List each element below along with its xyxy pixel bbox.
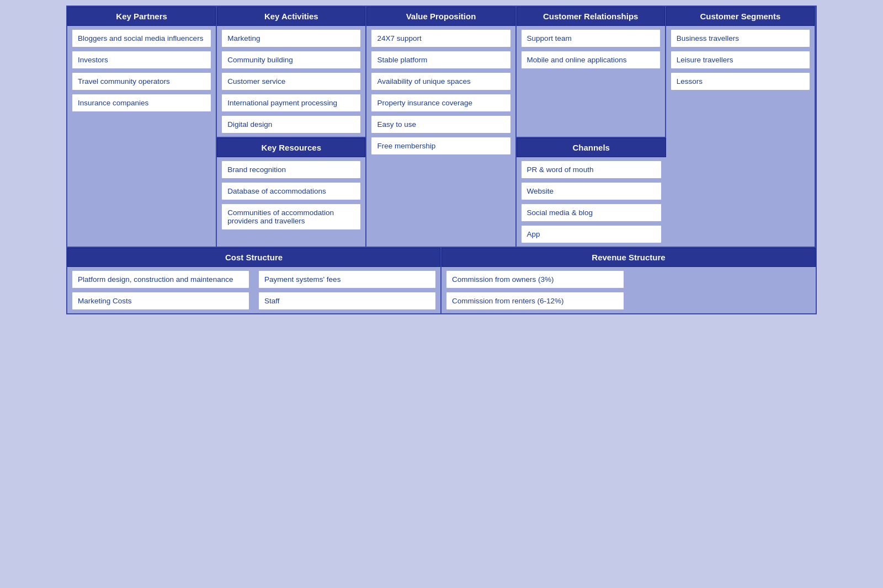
customer-segments-section: Customer Segments Business travellers Le… bbox=[666, 7, 816, 247]
list-item: Lessors bbox=[671, 72, 810, 90]
channels-section: Channels PR & word of mouth Website Soci… bbox=[517, 138, 666, 247]
key-partners-section: Key Partners Bloggers and social media i… bbox=[67, 7, 217, 247]
cost-structure-header: Cost Structure bbox=[67, 248, 440, 267]
key-partners-header: Key Partners bbox=[67, 7, 216, 26]
list-item: Customer service bbox=[221, 72, 361, 90]
customer-segments-header: Customer Segments bbox=[666, 7, 815, 26]
list-item: Database of accommodations bbox=[221, 182, 361, 200]
list-item: Easy to use bbox=[371, 115, 510, 133]
key-resources-header: Key Resources bbox=[217, 138, 365, 157]
cost-left-col: Platform design, construction and mainte… bbox=[67, 267, 254, 313]
list-item: Investors bbox=[72, 51, 211, 69]
list-item: Marketing Costs bbox=[72, 292, 249, 310]
revenue-structure-section: Revenue Structure Commission from owners… bbox=[442, 248, 816, 313]
value-proposition-header: Value Proposition bbox=[366, 7, 515, 26]
list-item: 24X7 support bbox=[371, 29, 510, 47]
list-item: Commission from renters (6-12%) bbox=[446, 292, 624, 310]
list-item: Insurance companies bbox=[72, 94, 211, 112]
key-activities-header: Key Activities bbox=[217, 7, 365, 26]
list-item: Staff bbox=[258, 292, 436, 310]
list-item: Community building bbox=[221, 51, 361, 69]
list-item: Stable platform bbox=[371, 51, 510, 69]
customer-relationships-section: Customer Relationships Support team Mobi… bbox=[517, 7, 666, 138]
revenue-structure-inner: Commission from owners (3%) Commission f… bbox=[442, 267, 816, 313]
revenue-structure-header: Revenue Structure bbox=[442, 248, 816, 267]
bottom-section: Cost Structure Platform design, construc… bbox=[67, 248, 816, 313]
key-resources-section: Key Resources Brand recognition Database… bbox=[217, 138, 366, 247]
list-item: Website bbox=[521, 182, 662, 200]
list-item: Leisure travellers bbox=[671, 51, 810, 69]
list-item: Travel community operators bbox=[72, 72, 211, 90]
list-item: Bloggers and social media influencers bbox=[72, 29, 211, 47]
revenue-right-col bbox=[629, 267, 816, 313]
list-item: Social media & blog bbox=[521, 204, 662, 222]
list-item: International payment processing bbox=[221, 94, 361, 112]
list-item: Property insurance coverage bbox=[371, 94, 510, 112]
revenue-left-col: Commission from owners (3%) Commission f… bbox=[442, 267, 629, 313]
customer-relationships-header: Customer Relationships bbox=[517, 7, 665, 26]
list-item: Marketing bbox=[221, 29, 361, 47]
list-item: Communities of accommodation providers a… bbox=[221, 204, 361, 230]
list-item: Platform design, construction and mainte… bbox=[72, 270, 249, 288]
list-item: Commission from owners (3%) bbox=[446, 270, 624, 288]
list-item: Business travellers bbox=[671, 29, 810, 47]
list-item: PR & word of mouth bbox=[521, 161, 662, 179]
list-item: Availability of unique spaces bbox=[371, 72, 510, 90]
list-item: Brand recognition bbox=[221, 161, 361, 179]
list-item: Support team bbox=[521, 29, 661, 47]
list-item: Free membership bbox=[371, 137, 510, 155]
list-item: Mobile and online applications bbox=[521, 51, 661, 69]
list-item: Payment systems' fees bbox=[258, 270, 436, 288]
main-grid: Key Partners Bloggers and social media i… bbox=[67, 7, 816, 248]
list-item: App bbox=[521, 225, 662, 243]
value-proposition-section: Value Proposition 24X7 support Stable pl… bbox=[366, 7, 516, 247]
business-model-canvas: Key Partners Bloggers and social media i… bbox=[66, 6, 817, 314]
channels-header: Channels bbox=[517, 138, 666, 157]
cost-structure-section: Cost Structure Platform design, construc… bbox=[67, 248, 442, 313]
list-item: Digital design bbox=[221, 115, 361, 133]
cost-right-col: Payment systems' fees Staff bbox=[254, 267, 440, 313]
key-activities-section: Key Activities Marketing Community build… bbox=[217, 7, 366, 138]
cost-structure-inner: Platform design, construction and mainte… bbox=[67, 267, 440, 313]
